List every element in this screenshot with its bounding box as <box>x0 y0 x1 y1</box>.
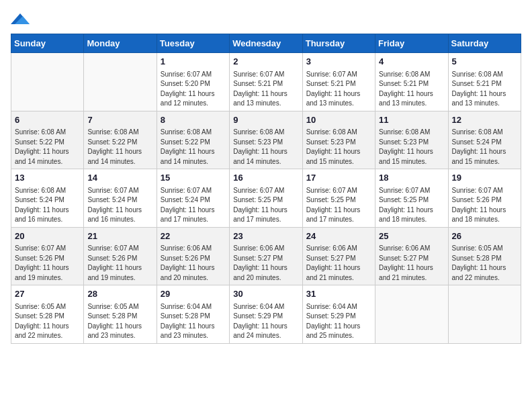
day-sunset: Sunset: 5:23 PM <box>306 138 356 146</box>
day-sunrise: Sunrise: 6:05 AM <box>87 303 138 310</box>
day-sunrise: Sunrise: 6:07 AM <box>161 187 212 194</box>
day-sunset: Sunset: 5:22 PM <box>161 138 210 146</box>
day-sunset: Sunset: 5:20 PM <box>161 80 210 87</box>
logo-icon <box>11 11 30 27</box>
day-sunrise: Sunrise: 6:06 AM <box>306 244 357 252</box>
calendar-cell: 23Sunrise: 6:06 AMSunset: 5:27 PMDayligh… <box>230 227 302 285</box>
day-daylight: Daylight: 11 hours and 15 minutes. <box>306 148 361 165</box>
day-daylight: Daylight: 11 hours and 16 minutes. <box>15 206 69 224</box>
calendar-cell <box>11 53 84 111</box>
day-daylight: Daylight: 11 hours and 17 minutes. <box>233 206 287 224</box>
day-sunset: Sunset: 5:27 PM <box>306 255 356 262</box>
calendar-cell: 1Sunrise: 6:07 AMSunset: 5:20 PMDaylight… <box>157 53 229 111</box>
calendar-cell: 17Sunrise: 6:07 AMSunset: 5:25 PMDayligh… <box>302 169 375 228</box>
day-sunrise: Sunrise: 6:07 AM <box>452 187 503 194</box>
day-sunrise: Sunrise: 6:05 AM <box>15 303 66 310</box>
day-sunset: Sunset: 5:29 PM <box>233 312 283 320</box>
day-sunrise: Sunrise: 6:08 AM <box>161 128 212 136</box>
day-sunset: Sunset: 5:28 PM <box>87 312 137 320</box>
day-sunset: Sunset: 5:25 PM <box>233 196 283 203</box>
day-daylight: Daylight: 11 hours and 20 minutes. <box>233 264 287 281</box>
calendar-cell: 20Sunrise: 6:07 AMSunset: 5:26 PMDayligh… <box>11 227 84 285</box>
day-number: 12 <box>452 114 517 126</box>
day-number: 16 <box>233 172 298 184</box>
day-sunset: Sunset: 5:24 PM <box>15 196 64 203</box>
day-daylight: Daylight: 11 hours and 14 minutes. <box>15 148 69 165</box>
day-number: 29 <box>161 288 226 300</box>
day-number: 17 <box>306 172 371 184</box>
day-sunset: Sunset: 5:24 PM <box>87 196 137 203</box>
day-sunset: Sunset: 5:28 PM <box>161 312 210 320</box>
day-number: 28 <box>87 288 152 300</box>
day-daylight: Daylight: 11 hours and 25 minutes. <box>306 322 361 340</box>
day-sunset: Sunset: 5:27 PM <box>233 255 283 262</box>
calendar-cell: 24Sunrise: 6:06 AMSunset: 5:27 PMDayligh… <box>302 227 375 285</box>
day-daylight: Daylight: 11 hours and 18 minutes. <box>452 206 506 224</box>
day-daylight: Daylight: 11 hours and 21 minutes. <box>306 264 361 281</box>
calendar-cell: 14Sunrise: 6:07 AMSunset: 5:24 PMDayligh… <box>84 169 157 228</box>
day-number: 9 <box>233 114 298 126</box>
day-number: 5 <box>452 56 517 68</box>
day-sunset: Sunset: 5:29 PM <box>306 312 356 320</box>
day-number: 4 <box>379 56 444 68</box>
calendar-cell <box>448 285 521 344</box>
calendar-cell: 31Sunrise: 6:04 AMSunset: 5:29 PMDayligh… <box>302 285 375 344</box>
calendar-cell: 22Sunrise: 6:06 AMSunset: 5:26 PMDayligh… <box>157 227 229 285</box>
calendar-week-row: 27Sunrise: 6:05 AMSunset: 5:28 PMDayligh… <box>11 285 521 344</box>
day-sunrise: Sunrise: 6:07 AM <box>233 71 284 78</box>
day-sunrise: Sunrise: 6:08 AM <box>15 187 66 194</box>
day-daylight: Daylight: 11 hours and 17 minutes. <box>306 206 361 224</box>
day-daylight: Daylight: 11 hours and 20 minutes. <box>161 264 215 281</box>
day-sunset: Sunset: 5:26 PM <box>15 255 64 262</box>
day-sunrise: Sunrise: 6:08 AM <box>379 128 430 136</box>
day-sunrise: Sunrise: 6:07 AM <box>87 244 138 252</box>
day-daylight: Daylight: 11 hours and 16 minutes. <box>87 206 142 224</box>
day-sunrise: Sunrise: 6:07 AM <box>161 71 212 78</box>
day-sunrise: Sunrise: 6:08 AM <box>15 128 66 136</box>
day-number: 11 <box>379 114 444 126</box>
day-number: 22 <box>161 230 226 242</box>
day-sunrise: Sunrise: 6:08 AM <box>452 71 503 78</box>
day-sunrise: Sunrise: 6:06 AM <box>379 244 430 252</box>
calendar-cell <box>375 285 448 344</box>
day-daylight: Daylight: 11 hours and 17 minutes. <box>161 206 215 224</box>
weekday-header-wednesday: Wednesday <box>230 34 302 53</box>
calendar-cell: 16Sunrise: 6:07 AMSunset: 5:25 PMDayligh… <box>230 169 302 228</box>
day-number: 1 <box>161 56 226 68</box>
day-number: 15 <box>161 172 226 184</box>
calendar-cell: 5Sunrise: 6:08 AMSunset: 5:21 PMDaylight… <box>448 53 521 111</box>
day-daylight: Daylight: 11 hours and 15 minutes. <box>379 148 433 165</box>
day-number: 14 <box>87 172 152 184</box>
day-daylight: Daylight: 11 hours and 19 minutes. <box>15 264 69 281</box>
day-sunset: Sunset: 5:27 PM <box>379 255 429 262</box>
day-number: 27 <box>15 288 80 300</box>
day-sunrise: Sunrise: 6:08 AM <box>306 128 357 136</box>
calendar-cell: 11Sunrise: 6:08 AMSunset: 5:23 PMDayligh… <box>375 111 448 169</box>
day-daylight: Daylight: 11 hours and 12 minutes. <box>161 90 215 107</box>
day-sunrise: Sunrise: 6:05 AM <box>452 244 503 252</box>
calendar-cell: 9Sunrise: 6:08 AMSunset: 5:23 PMDaylight… <box>230 111 302 169</box>
day-daylight: Daylight: 11 hours and 14 minutes. <box>161 148 215 165</box>
logo <box>11 11 32 27</box>
day-number: 6 <box>15 114 80 126</box>
calendar-cell: 7Sunrise: 6:08 AMSunset: 5:22 PMDaylight… <box>84 111 157 169</box>
calendar-week-row: 6Sunrise: 6:08 AMSunset: 5:22 PMDaylight… <box>11 111 521 169</box>
day-number: 25 <box>379 230 444 242</box>
weekday-header-thursday: Thursday <box>302 34 375 53</box>
calendar-cell: 2Sunrise: 6:07 AMSunset: 5:21 PMDaylight… <box>230 53 302 111</box>
weekday-header-tuesday: Tuesday <box>157 34 229 53</box>
day-sunrise: Sunrise: 6:04 AM <box>233 303 284 310</box>
calendar-cell: 8Sunrise: 6:08 AMSunset: 5:22 PMDaylight… <box>157 111 229 169</box>
day-sunrise: Sunrise: 6:07 AM <box>379 187 430 194</box>
day-sunrise: Sunrise: 6:08 AM <box>452 128 503 136</box>
day-daylight: Daylight: 11 hours and 18 minutes. <box>379 206 433 224</box>
day-daylight: Daylight: 11 hours and 13 minutes. <box>452 90 506 107</box>
day-sunrise: Sunrise: 6:07 AM <box>15 244 66 252</box>
weekday-header-row: SundayMondayTuesdayWednesdayThursdayFrid… <box>11 34 521 53</box>
day-daylight: Daylight: 11 hours and 14 minutes. <box>233 148 287 165</box>
day-sunrise: Sunrise: 6:08 AM <box>233 128 284 136</box>
day-sunrise: Sunrise: 6:06 AM <box>161 244 212 252</box>
day-sunset: Sunset: 5:21 PM <box>452 80 502 87</box>
day-sunrise: Sunrise: 6:04 AM <box>161 303 212 310</box>
day-sunset: Sunset: 5:21 PM <box>306 80 356 87</box>
